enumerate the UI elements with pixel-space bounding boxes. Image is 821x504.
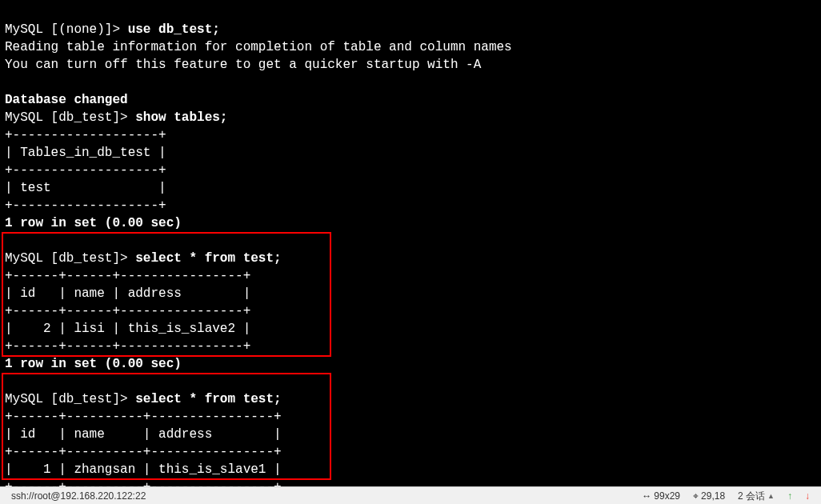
- table-border: +-------------------+: [5, 128, 166, 142]
- table-header: | Tables_in_db_test |: [5, 146, 166, 160]
- table-border: +------+------+----------------+: [5, 269, 250, 283]
- row-count: 1 row in set (0.00 sec): [5, 357, 182, 371]
- cmd-select: select * from test;: [135, 251, 281, 266]
- table-border: +-------------------+: [5, 198, 166, 213]
- table-header: | id | name | address |: [5, 427, 282, 442]
- prompt: MySQL [(none)]>: [5, 22, 120, 37]
- resize-icon: ↔: [642, 487, 651, 505]
- info-line: Reading table information for completion…: [5, 40, 512, 54]
- arrow-up-icon: ↑: [787, 487, 792, 505]
- db-changed: Database changed: [5, 93, 128, 107]
- info-line: You can turn off this feature to get a q…: [5, 58, 481, 72]
- dropdown-icon: ▲: [767, 487, 775, 505]
- cursor-icon: ⌖: [693, 487, 699, 505]
- table-border: +-------------------+: [5, 163, 166, 178]
- row-count: 1 row in set (0.00 sec): [5, 216, 182, 230]
- table-row: | 2 | lisi | this_is_slave2 |: [5, 322, 250, 336]
- table-border: +------+----------+----------------+: [5, 445, 282, 459]
- arrow-down-icon: ↓: [805, 487, 810, 505]
- terminal-output[interactable]: MySQL [(none)]> use db_test; Reading tab…: [0, 0, 821, 499]
- table-border: +------+----------+----------------+: [5, 410, 282, 424]
- table-header: | id | name | address |: [5, 286, 250, 301]
- table-border: +------+------+----------------+: [5, 339, 250, 354]
- status-bar: ssh://root@192.168.220.122:22 ↔ 99x29 ⌖ …: [0, 486, 821, 504]
- status-sessions[interactable]: 2 会话 ▲: [731, 487, 781, 505]
- prompt: MySQL [db_test]>: [5, 392, 128, 406]
- cmd-select: select * from test;: [135, 392, 281, 406]
- table-border: +------+------+----------------+: [5, 304, 250, 318]
- table-row: | test |: [5, 181, 166, 195]
- cmd-show-tables: show tables;: [135, 110, 227, 125]
- status-download[interactable]: ↓: [799, 487, 816, 505]
- prompt: MySQL [db_test]>: [5, 251, 128, 266]
- status-upload[interactable]: ↑: [781, 487, 799, 505]
- prompt: MySQL [db_test]>: [5, 110, 128, 125]
- status-term-size: ↔ 99x29: [635, 487, 687, 505]
- status-connection: ssh://root@192.168.220.122:22: [5, 487, 152, 505]
- cmd-use: use db_test;: [128, 22, 220, 37]
- table-row: | 1 | zhangsan | this_is_slave1 |: [5, 462, 282, 477]
- status-cursor-pos: ⌖ 29,18: [687, 487, 731, 505]
